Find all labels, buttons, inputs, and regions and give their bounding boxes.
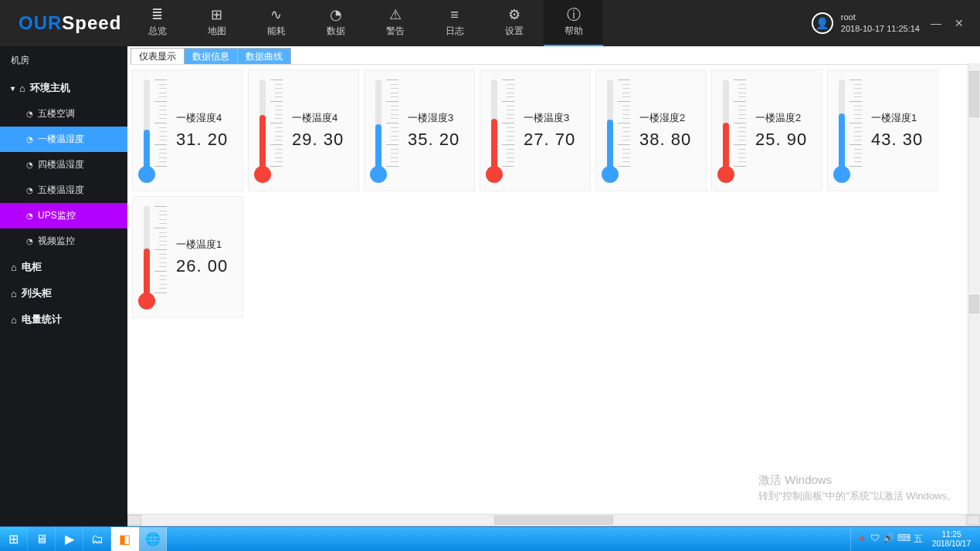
home-icon: ⌂ bbox=[11, 262, 17, 273]
home-icon: ⌂ bbox=[11, 314, 17, 326]
nav-label: 数据 bbox=[327, 25, 345, 38]
taskbar-time: 11:25 bbox=[932, 530, 971, 539]
sidebar-item-0-4[interactable]: ◔UPS监控 bbox=[0, 203, 127, 228]
tray-icon[interactable]: 五 bbox=[914, 532, 923, 546]
nav-item-3[interactable]: ◔数据 bbox=[306, 0, 365, 46]
tray-icon[interactable]: 🔊 bbox=[883, 532, 894, 546]
bullet-icon: ◔ bbox=[26, 161, 33, 169]
gauge-value: 27. 70 bbox=[524, 130, 585, 150]
nav-label: 能耗 bbox=[267, 25, 286, 38]
sidebar: 机房▾ ⌂ 环境主机◔五楼空调◔一楼温湿度◔四楼温湿度◔五楼温湿度◔UPS监控◔… bbox=[0, 46, 127, 526]
taskbar-app-terminal[interactable]: ▶ bbox=[56, 527, 83, 551]
start-button[interactable]: ⊞ bbox=[0, 527, 28, 551]
sidebar-item-label: 视频监控 bbox=[38, 235, 75, 248]
gauge-label: 一楼湿度2 bbox=[639, 111, 701, 125]
home-icon: ⌂ bbox=[11, 288, 17, 299]
gauge-card-1: 一楼温度429. 30 bbox=[248, 69, 359, 191]
sidebar-item-label: 四楼温湿度 bbox=[38, 158, 84, 171]
nav-icon: ◔ bbox=[330, 8, 342, 22]
gauge-label: 一楼温度3 bbox=[524, 111, 585, 125]
gauge-card-0: 一楼湿度431. 20 bbox=[132, 69, 243, 191]
tab-2[interactable]: 数据曲线 bbox=[237, 48, 291, 64]
gauge-card-2: 一楼湿度335. 20 bbox=[364, 69, 475, 191]
user-time: 2018-10-17 11:25:14 bbox=[841, 23, 920, 35]
nav-item-4[interactable]: ⚠警告 bbox=[365, 0, 425, 46]
sidebar-item-label: 一楼温湿度 bbox=[38, 133, 84, 146]
brand-part1: OUR bbox=[19, 12, 62, 34]
sidebar-group-0[interactable]: ▾ ⌂ 环境主机 bbox=[0, 75, 127, 101]
gauge-grid-scroll[interactable]: 一楼湿度431. 20一楼温度429. 30一楼湿度335. 20一楼温度327… bbox=[127, 65, 980, 514]
thermometer-icon bbox=[253, 76, 289, 184]
minimize-button[interactable]: — bbox=[929, 16, 943, 30]
bullet-icon: ◔ bbox=[26, 237, 33, 245]
user-block[interactable]: 👤 root 2018-10-17 11:25:14 bbox=[812, 12, 920, 35]
sidebar-group-2[interactable]: ⌂ 列头柜 bbox=[0, 280, 127, 306]
nav-label: 日志 bbox=[446, 25, 464, 38]
sidebar-item-label: UPS监控 bbox=[38, 209, 76, 222]
user-name: root bbox=[841, 12, 920, 23]
nav-label: 地图 bbox=[208, 25, 226, 38]
brand-logo: OURSpeed bbox=[0, 0, 127, 46]
thermometer-icon bbox=[717, 76, 752, 184]
gauge-grid: 一楼湿度431. 20一楼温度429. 30一楼湿度335. 20一楼温度327… bbox=[132, 69, 975, 318]
brand-part2: Speed bbox=[62, 12, 121, 34]
system-tray[interactable]: 🔺 🛡 🔊 ⌨ 五 11:25 2018/10/17 bbox=[850, 527, 980, 551]
gauge-card-3: 一楼温度327. 70 bbox=[480, 69, 591, 191]
nav-item-6[interactable]: ⚙设置 bbox=[484, 0, 544, 46]
thermometer-icon bbox=[137, 203, 173, 311]
horizontal-scrollbar[interactable] bbox=[127, 514, 980, 526]
windows-taskbar: ⊞ 🖥 ▶ 🗂 ◧ 🌐 🔺 🛡 🔊 ⌨ 五 11:25 2018/10/17 bbox=[0, 526, 980, 551]
sidebar-group-label: 环境主机 bbox=[30, 81, 70, 95]
gauge-card-5: 一楼温度225. 90 bbox=[711, 69, 822, 191]
taskbar-clock[interactable]: 11:25 2018/10/17 bbox=[927, 530, 975, 549]
tab-0[interactable]: 仪表显示 bbox=[131, 48, 185, 64]
nav-label: 警告 bbox=[386, 25, 405, 38]
thermometer-icon bbox=[369, 76, 405, 184]
nav-label: 帮助 bbox=[565, 25, 583, 38]
tray-icon[interactable]: ⌨ bbox=[897, 532, 910, 546]
tray-icons[interactable]: 🔺 🛡 🔊 ⌨ 五 bbox=[856, 532, 923, 546]
nav-icon: ⓘ bbox=[567, 8, 581, 22]
thermometer-icon bbox=[485, 76, 521, 184]
close-button[interactable]: ✕ bbox=[952, 16, 966, 30]
nav-item-5[interactable]: ≡日志 bbox=[425, 0, 484, 46]
nav-item-7[interactable]: ⓘ帮助 bbox=[544, 0, 603, 46]
taskbar-app-files[interactable]: 🗂 bbox=[83, 527, 111, 551]
gauge-value: 26. 00 bbox=[176, 256, 238, 276]
home-icon: ⌂ bbox=[19, 83, 25, 94]
sidebar-item-0-3[interactable]: ◔五楼温湿度 bbox=[0, 177, 127, 203]
taskbar-date: 2018/10/17 bbox=[932, 539, 971, 549]
gauge-card-4: 一楼湿度238. 80 bbox=[595, 69, 707, 191]
tray-icon[interactable]: 🔺 bbox=[856, 532, 867, 546]
nav-icon: ⚙ bbox=[508, 8, 521, 22]
chevron-down-icon: ▾ bbox=[11, 84, 15, 93]
nav-icon: ≣ bbox=[151, 8, 163, 22]
bullet-icon: ◔ bbox=[26, 135, 33, 144]
avatar-icon: 👤 bbox=[812, 12, 833, 34]
sidebar-group-label: 电柜 bbox=[22, 260, 42, 274]
bullet-icon: ◔ bbox=[26, 186, 33, 194]
sidebar-group-3[interactable]: ⌂ 电量统计 bbox=[0, 306, 127, 333]
sidebar-item-0-2[interactable]: ◔四楼温湿度 bbox=[0, 152, 127, 177]
gauge-label: 一楼温度4 bbox=[292, 111, 354, 125]
nav-icon: ∿ bbox=[270, 8, 282, 22]
tab-1[interactable]: 数据信息 bbox=[184, 48, 238, 64]
gauge-value: 43. 30 bbox=[871, 130, 933, 150]
taskbar-app-xampp[interactable]: ◧ bbox=[111, 527, 139, 551]
taskbar-app-browser[interactable]: 🌐 bbox=[139, 527, 167, 551]
taskbar-app-explorer[interactable]: 🖥 bbox=[28, 527, 56, 551]
nav-item-0[interactable]: ≣总览 bbox=[127, 0, 187, 46]
app-header: OURSpeed ≣总览⊞地图∿能耗◔数据⚠警告≡日志⚙设置ⓘ帮助 👤 root… bbox=[0, 0, 980, 46]
sidebar-item-0-5[interactable]: ◔视频监控 bbox=[0, 228, 127, 254]
nav-icon: ⚠ bbox=[389, 8, 402, 22]
sidebar-group-1[interactable]: ⌂ 电柜 bbox=[0, 254, 127, 280]
sidebar-item-0-0[interactable]: ◔五楼空调 bbox=[0, 101, 127, 127]
tray-icon[interactable]: 🛡 bbox=[870, 532, 880, 546]
sidebar-item-0-1[interactable]: ◔一楼温湿度 bbox=[0, 127, 127, 152]
gauge-card-7: 一楼温度126. 00 bbox=[132, 196, 243, 318]
gauge-card-6: 一楼湿度143. 30 bbox=[827, 69, 938, 191]
gauge-label: 一楼温度1 bbox=[176, 238, 238, 252]
vertical-scrollbar[interactable] bbox=[968, 63, 980, 526]
nav-item-1[interactable]: ⊞地图 bbox=[187, 0, 246, 46]
nav-item-2[interactable]: ∿能耗 bbox=[246, 0, 306, 46]
